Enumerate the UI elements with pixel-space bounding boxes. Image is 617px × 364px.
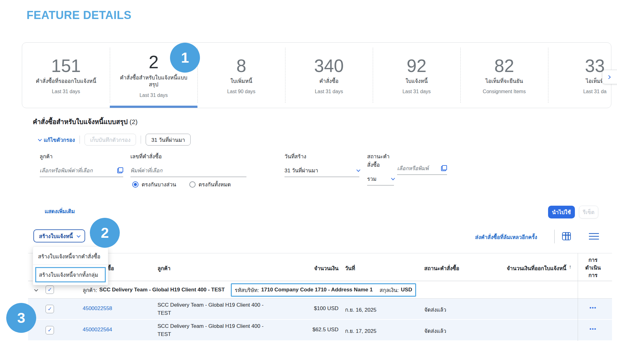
match-exact-label: ตรงกันทั้งหมด	[199, 180, 231, 189]
value-help-icon[interactable]	[441, 165, 447, 171]
currency-value: USD	[401, 287, 412, 293]
kpi-tile-orders[interactable]: 340 คำสั่งซื้อ Last 31 days	[285, 43, 373, 108]
customer-filter-label: ลูกค้า	[40, 152, 123, 160]
divider	[80, 136, 80, 144]
header-order-status: สถานะคำสั่งซื้อ	[424, 264, 459, 272]
group-customer-label: ลูกค้า:	[83, 286, 97, 294]
radio-selected-icon	[132, 181, 138, 188]
kpi-tile-invoices[interactable]: 92 ใบแจ้งหนี้ Last 31 days	[373, 43, 460, 108]
order-number-filter-placeholder: พิมพ์ค่าที่เลือก	[130, 166, 162, 175]
feature-details-page: FEATURE DETAILS 151 คำสั่งซื้อที่รอออกใบ…	[0, 0, 617, 364]
kpi-caption: Last 31 days	[52, 89, 80, 94]
value-help-icon[interactable]	[117, 167, 123, 173]
show-more-link[interactable]: แสดงเพิ่มเติม	[45, 207, 75, 215]
creation-date-filter: วันที่สร้าง 31 วันที่ผ่านมา	[284, 152, 359, 177]
menu-item-invoice-from-po[interactable]: สร้างใบแจ้งหนี้จากคำสั่งซื้อ	[33, 248, 108, 265]
creation-date-select[interactable]: 31 วันที่ผ่านมา	[284, 165, 359, 177]
kpi-label: ใบเพิ่มหนี้	[230, 78, 252, 85]
chevron-down-icon	[76, 233, 80, 237]
date-range-chip[interactable]: 31 วันที่ผ่านมา	[146, 134, 191, 146]
header-invoiced-amount-label: จำนวนเงินที่ออกใบแจ้งหนี้	[507, 264, 566, 272]
order-status-filter-mode: สถานะคำสั่งซื้อ รวม	[367, 152, 394, 185]
row-status: จัดส่งแล้ว	[424, 327, 446, 335]
order-status-filter-value: เลือกหรือพิมพ์	[397, 152, 447, 175]
group-customer-name: SCC Delivery Team - Global H19 Client 40…	[99, 287, 225, 293]
header-invoiced-amount[interactable]: จำนวนเงินที่ออกใบแจ้งหนี้ ↑	[507, 264, 571, 272]
filter-toolbar: แก้ไขตัวกรอง เก็บบันทึกตัวกรอง 31 วันที่…	[38, 133, 191, 146]
kpi-tile-debit-notes[interactable]: 8 ใบเพิ่มหนี้ Last 90 days	[197, 43, 285, 108]
collapse-group-icon[interactable]	[34, 288, 38, 292]
table-header-row: เลขที่คำสั่งซื้อ ลูกค้า จำนวนเงิน วันที่…	[28, 253, 612, 281]
order-status-input[interactable]: เลือกหรือพิมพ์	[397, 163, 447, 175]
order-number-filter-label: เลขที่คำสั่งซื้อ	[130, 152, 246, 160]
sort-ascending-icon: ↑	[569, 264, 572, 272]
order-status-filter-label: สถานะคำสั่งซื้อ	[367, 152, 394, 169]
radio-icon	[189, 181, 196, 188]
kpi-caption: Last 31 da	[583, 89, 607, 94]
create-invoice-label: สร้างใบแจ้งหนี้	[39, 232, 73, 240]
header-customer: ลูกค้า	[158, 264, 171, 272]
order-number-filter: เลขที่คำสั่งซื้อ พิมพ์ค่าที่เลือก	[130, 152, 246, 177]
save-filter-button[interactable]: เก็บบันทึกตัวกรอง	[85, 134, 136, 146]
page-title: FEATURE DETAILS	[27, 9, 131, 22]
customer-filter: ลูกค้า เลือกหรือพิมพ์ค่าที่เลือก	[40, 152, 123, 177]
kpi-label: คำสั่งซื้อที่รอออกใบแจ้งหนี้	[36, 78, 96, 85]
group-checkbox[interactable]: ✓	[46, 285, 54, 294]
kpi-tile-awaiting-invoice[interactable]: 151 คำสั่งซื้อที่รอออกใบแจ้งหนี้ Last 31…	[22, 43, 110, 108]
kpi-label: คำสั่งซื้อสำหรับใบแจ้งหนี้แบบสรุป	[118, 74, 190, 88]
order-status-mode-select[interactable]: รวม	[367, 174, 394, 185]
kpi-caption: Last 31 days	[139, 93, 168, 98]
row-status: จัดส่งแล้ว	[424, 305, 446, 314]
spacer	[397, 152, 447, 158]
match-partial-label: ตรงกันบางส่วน	[142, 180, 176, 189]
row-checkbox[interactable]: ✓	[46, 305, 54, 313]
creation-date-filter-label: วันที่สร้าง	[284, 152, 359, 160]
kpi-carousel: 151 คำสั่งซื้อที่รอออกใบแจ้งหนี้ Last 31…	[22, 42, 611, 108]
reset-button[interactable]: รีเซ็ต	[579, 206, 598, 218]
currency-label: สกุลเงิน:	[380, 286, 399, 294]
row-date: ก.ย. 17, 2025	[345, 327, 377, 335]
edit-filters-link[interactable]: แก้ไขตัวกรอง	[38, 136, 75, 144]
carousel-next-button[interactable]	[602, 70, 617, 84]
create-invoice-button[interactable]: สร้างใบแจ้งหนี้	[33, 229, 85, 242]
chevron-right-icon	[607, 75, 611, 79]
customer-filter-input[interactable]: เลือกหรือพิมพ์ค่าที่เลือก	[40, 165, 123, 177]
match-exact-radio[interactable]: ตรงกันทั้งหมด	[189, 180, 231, 189]
group-row-text: ลูกค้า: SCC Delivery Team - Global H19 C…	[83, 281, 416, 299]
kpi-value: 340	[314, 57, 344, 75]
table-settings-icon[interactable]	[589, 232, 599, 241]
divider	[33, 265, 108, 265]
chevron-down-icon	[391, 176, 395, 180]
export-table-icon[interactable]	[562, 232, 571, 240]
customer-filter-placeholder: เลือกหรือพิมพ์ค่าที่เลือก	[40, 166, 93, 175]
header-date: วันที่	[345, 264, 355, 272]
company-code-highlight-box: รหัสบริษัท: 1710 Company Code 1710 - Add…	[231, 283, 416, 297]
resend-failed-orders-link[interactable]: ส่งคำสั่งซื้อที่ล้มเหลวอีกครั้ง	[475, 233, 537, 241]
po-number-link[interactable]: 4500022564	[83, 327, 112, 333]
row-checkbox[interactable]: ✓	[46, 326, 54, 334]
kpi-value: 2	[149, 53, 159, 72]
row-customer: SCC Delivery Team - Global H19 Client 40…	[158, 301, 269, 317]
company-code-value: 1710 Company Code 1710 - Address Name 1	[261, 287, 372, 293]
kpi-label: ไอเท็มที่จะยืนยัน	[485, 78, 523, 85]
match-mode-radios: ตรงกันบางส่วน ตรงกันทั้งหมด	[132, 180, 231, 189]
match-partial-radio[interactable]: ตรงกันบางส่วน	[132, 180, 176, 189]
orders-table: เลขที่คำสั่งซื้อ ลูกค้า จำนวนเงิน วันที่…	[28, 253, 612, 341]
order-status-mode-value: รวม	[367, 175, 377, 183]
order-number-filter-input[interactable]: พิมพ์ค่าที่เลือก	[130, 165, 246, 177]
check-icon: ✓	[47, 306, 52, 312]
callout-step-1: 1	[170, 43, 200, 73]
edit-filters-label: แก้ไขตัวกรอง	[44, 136, 75, 144]
order-status-placeholder: เลือกหรือพิมพ์	[397, 164, 429, 172]
po-number-link[interactable]: 4500022558	[83, 305, 112, 312]
check-icon: ✓	[47, 286, 52, 293]
chevron-down-icon	[38, 137, 42, 141]
row-actions-button[interactable]: •••	[581, 326, 605, 332]
row-actions-button[interactable]: •••	[581, 305, 605, 311]
kpi-tile-items-to-confirm[interactable]: 82 ไอเท็มที่จะยืนยัน Consignment Items	[460, 43, 548, 108]
menu-item-invoice-from-group[interactable]: สร้างใบแจ้งหนี้จากทั้งกลุ่ม	[35, 267, 106, 282]
apply-button[interactable]: นำไปใช้	[548, 206, 575, 218]
kpi-label: คำสั่งซื้อ	[319, 78, 338, 85]
kpi-value: 82	[494, 57, 514, 75]
kpi-caption: Consignment Items	[483, 89, 526, 94]
